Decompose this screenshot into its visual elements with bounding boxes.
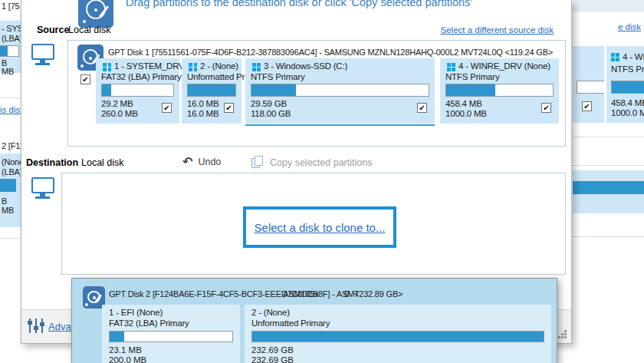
partition-name: 3 - Windows-SSD (C:) xyxy=(264,61,347,71)
bg-divider xyxy=(0,238,21,239)
select-source-disk-link[interactable]: Select a different source disk xyxy=(441,25,554,35)
windows-flag-icon xyxy=(252,63,261,71)
usage-bar xyxy=(251,84,429,97)
select-destination-frame[interactable]: Select a disk to clone to... xyxy=(243,206,396,248)
undo-button[interactable]: ↶ Undo xyxy=(182,157,221,167)
bg-usage-bar xyxy=(0,45,19,57)
bg-text: (LBA) xyxy=(2,34,22,43)
partition-checkbox[interactable] xyxy=(417,103,427,113)
computer-monitor-icon xyxy=(31,177,54,193)
source-type: Local disk xyxy=(68,25,111,35)
copy-icon xyxy=(251,156,264,169)
partition-name: 4 - WINRE_DRV (None) xyxy=(458,61,550,71)
bg-checkbox xyxy=(582,101,592,111)
disk2-model: ASM105x xyxy=(283,289,318,299)
bg-usage-bar xyxy=(573,181,644,194)
undo-label: Undo xyxy=(198,157,221,167)
destination-label: Destination xyxy=(26,157,78,168)
copy-label: Copy selected partitions xyxy=(270,157,372,168)
usage-bar xyxy=(445,84,554,97)
disk2-title: GPT Disk 2 [F124BA6E-F15F-4CF5-BCF3-EEED… xyxy=(109,289,360,299)
bg-text: MB xyxy=(2,206,14,215)
popup-partition-tile-1[interactable]: 1 - EFI (None) FAT32 (LBA) Primary 23.1 … xyxy=(102,305,240,363)
partition-checkbox[interactable] xyxy=(224,103,234,113)
partition-size: 200.0 MB xyxy=(109,355,146,363)
bg-text: B xyxy=(2,196,7,206)
partition-size: 16.0 MB xyxy=(187,109,219,118)
bg-text: 1000.0 MB xyxy=(611,108,644,117)
copy-selected-partitions-button[interactable]: Copy selected partitions xyxy=(251,156,372,169)
bg-text: (LBA) xyxy=(2,167,22,177)
bg-divider xyxy=(0,97,21,98)
bg-divider xyxy=(573,236,644,237)
partition-size: 232.69 GB xyxy=(251,355,294,363)
partition-checkbox[interactable] xyxy=(162,103,172,113)
advanced-options-sliders-icon xyxy=(27,318,45,335)
windows-flag-icon xyxy=(611,53,619,61)
bg-usage-bar xyxy=(577,81,604,94)
bg-usage-bar xyxy=(0,179,16,192)
partition-checkbox[interactable] xyxy=(541,103,551,113)
partition-name: 2 - (None) xyxy=(251,308,290,317)
usage-bar xyxy=(101,84,174,97)
select-disk-to-clone-link[interactable]: Select a disk to clone to... xyxy=(255,221,386,234)
disk1-title: GPT Disk 1 [75511561-075F-4D6F-B212-3878… xyxy=(108,48,553,57)
partition-used: 16.0 MB xyxy=(187,99,219,108)
clone-wizard-icon xyxy=(78,0,113,28)
partition3-selection-underline xyxy=(245,124,435,126)
windows-flag-icon xyxy=(103,63,111,71)
partition-fs: NTFS Primary xyxy=(445,72,499,81)
source-label: Source xyxy=(37,25,69,35)
windows-flag-icon xyxy=(189,63,197,71)
source-disk-box: GPT Disk 1 [75511561-075F-4D6F-B212-3878… xyxy=(67,40,566,147)
bg-text: 4 - WI xyxy=(623,52,644,61)
bg-text: NTFS Prim xyxy=(611,64,644,74)
undo-icon: ↶ xyxy=(182,157,192,167)
partition-used: 458.4 MB xyxy=(445,99,482,108)
disk2-capacity: <232.89 GB> xyxy=(354,289,402,299)
windows-flag-icon xyxy=(447,63,455,71)
disk2-index: 0 xyxy=(344,289,349,299)
resize-grip[interactable] xyxy=(558,330,560,332)
partition-used: 23.1 MB xyxy=(109,345,142,355)
bg-left-partition-tile-1: - SYST (LBA) B MB xyxy=(0,21,21,73)
computer-monitor-icon xyxy=(31,44,54,60)
partition-fs: NTFS Primary xyxy=(251,72,304,81)
partition-size: 260.0 MB xyxy=(101,109,138,118)
partition-used: 232.69 GB xyxy=(251,345,294,355)
bg-right-band xyxy=(573,170,644,213)
bg-right-topband xyxy=(573,0,644,12)
partition-fs: Unformatted Primary xyxy=(251,318,330,328)
partition-fs: FAT32 (LBA) Primary xyxy=(109,318,189,328)
screen: 1 [75 - SYST (LBA) B MB is disk 2 [F12 (… xyxy=(0,0,644,363)
partition-tile-3[interactable]: 3 - Windows-SSD (C:) NTFS Primary 29.59 … xyxy=(245,58,435,124)
bg-text: MB xyxy=(2,67,14,76)
partition-size: 1000.0 MB xyxy=(445,109,487,118)
bg-left-disk-header: 1 [75 xyxy=(2,2,21,11)
partition-used: 29.2 MB xyxy=(101,99,133,108)
bg-text: 458.4 MB xyxy=(611,98,644,107)
partition-tile-4[interactable]: 4 - WINRE_DRV (None) NTFS Primary 458.4 … xyxy=(440,58,559,124)
dialog-title: Drag partitions to the destination disk … xyxy=(126,0,472,8)
disk2-popup[interactable]: GPT Disk 2 [F124BA6E-F15F-4CF5-BCF3-EEED… xyxy=(71,278,557,363)
partition-used: 29.59 GB xyxy=(251,99,287,108)
partition-name: 2 - (None) xyxy=(200,61,238,71)
bg-divider xyxy=(573,165,644,166)
bg-divider xyxy=(573,137,644,137)
partition-tile-2[interactable]: 2 - (None) Unformatted Primary 16.0 MB 1… xyxy=(182,58,242,124)
bg-right-link-fragment: e disk xyxy=(618,22,641,31)
disk1-checkbox[interactable] xyxy=(80,74,90,84)
usage-bar xyxy=(187,84,236,97)
bg-right-partition-tile-tail xyxy=(573,46,604,123)
bg-usage-bar xyxy=(611,81,644,94)
bg-right-partition-tile-4: 4 - WI NTFS Prim 458.4 MB 1000.0 MB xyxy=(606,46,644,123)
partition-name: 1 - EFI (None) xyxy=(109,308,163,317)
partition-size: 118.00 GB xyxy=(251,109,291,118)
usage-bar xyxy=(251,331,544,342)
bg-left-partition-tile-2: (None (LBA) B MB xyxy=(0,153,21,227)
partition-tile-1[interactable]: 1 - SYSTEM_DRV (None) FAT32 (LBA) Primar… xyxy=(96,58,179,124)
destination-type: Local disk xyxy=(81,157,124,168)
popup-partition-tile-2[interactable]: 2 - (None) Unformatted Primary 232.69 GB… xyxy=(245,305,551,363)
partition-fs: FAT32 (LBA) Primary xyxy=(101,72,182,81)
destination-disk-box: Select a disk to clone to... xyxy=(61,173,566,275)
